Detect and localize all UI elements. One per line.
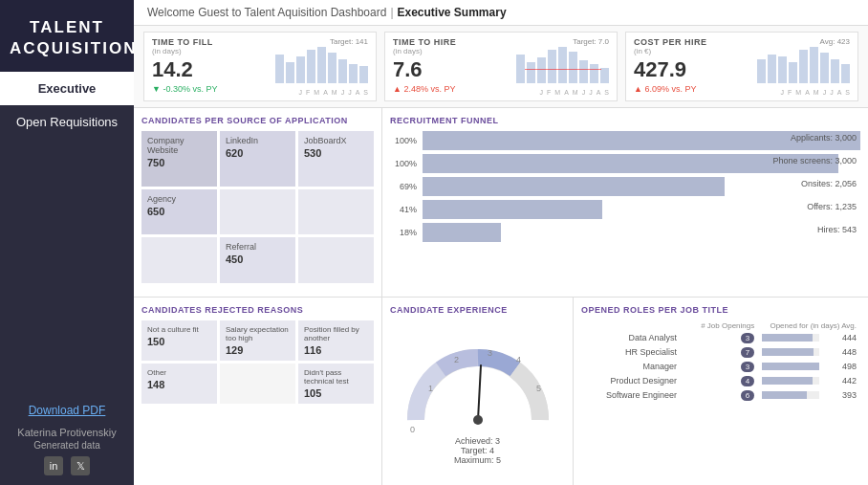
role-openings: 6 <box>681 388 758 403</box>
role-days-bar <box>762 334 813 342</box>
rejected-cell: Position filled by another116 <box>298 320 374 361</box>
role-openings-badge: 7 <box>741 347 754 358</box>
kpi-bar <box>275 55 284 83</box>
svg-point-1 <box>473 415 483 425</box>
kpi-bar <box>338 59 347 83</box>
role-days-bar-wrap <box>762 377 819 385</box>
role-days-value: 442 <box>823 374 860 388</box>
kpi-bar <box>579 60 588 83</box>
kpi-month: M <box>795 89 801 96</box>
source-value: 750 <box>147 157 211 168</box>
roles-table-row: Data Analyst 3 444 <box>581 331 860 345</box>
role-days-value: 444 <box>823 331 860 345</box>
kpi-month: M <box>573 89 578 96</box>
funnel-pct: 69% <box>390 182 417 191</box>
kpi-months: JFMAMJJAS <box>540 89 609 96</box>
role-openings: 3 <box>681 360 758 374</box>
role-openings: 7 <box>681 345 758 360</box>
funnel-row: 100% Phone screens: 3,000 <box>390 154 860 173</box>
main-content: Welcome Guest to Talent Aquisition Dashb… <box>134 0 868 485</box>
funnel-row: 69% Onsites: 2,056 <box>390 177 860 196</box>
role-days-bar-wrap <box>762 348 819 356</box>
rejected-reason-value: 105 <box>304 387 368 399</box>
funnel-rows: 100% Applicants: 3,000 100% Phone screen… <box>390 131 860 242</box>
kpi-bar <box>831 59 839 83</box>
kpi-month: M <box>332 89 337 96</box>
kpi-card-0: TIME TO FILL (in days) Target: 141 14.2 … <box>143 32 377 101</box>
breadcrumb-current: Executive Summary <box>398 6 507 19</box>
source-cell: JobBoardX530 <box>298 131 374 187</box>
kpi-month: F <box>306 89 310 96</box>
rejected-reason-name: Salary expectation too high <box>226 325 290 342</box>
roles-table-row: Manager 3 498 <box>581 360 860 374</box>
kpi-month: J <box>540 89 544 96</box>
source-cell <box>298 237 374 283</box>
kpi-months: JFMAMJJAS <box>781 89 850 96</box>
kpi-bar <box>768 55 776 83</box>
kpi-bar <box>527 62 535 83</box>
funnel-row: 100% Applicants: 3,000 <box>390 131 860 150</box>
kpi-bar <box>307 50 315 83</box>
role-days-bar <box>762 391 807 399</box>
kpi-bar <box>590 64 598 83</box>
role-days-bar-cell <box>758 388 823 403</box>
sidebar-item-open-requisitions[interactable]: Open Requisitions <box>0 105 134 139</box>
funnel-bar <box>423 223 501 242</box>
svg-line-0 <box>478 365 481 420</box>
kpi-card-1: TIME TO HIRE (in days) Target: 7.0 7.6 ▲… <box>384 32 618 101</box>
source-cell <box>298 189 374 235</box>
col-openings-header: # Job Openings <box>681 320 758 331</box>
gauge-target: Target: 4 <box>461 446 494 455</box>
source-cell: LinkedIn620 <box>220 131 295 187</box>
source-cell: Agency650 <box>141 189 217 235</box>
source-name: JobBoardX <box>304 136 368 145</box>
user-name: Katerina Protivenskiy <box>17 427 116 438</box>
generated-label: Generated data <box>33 440 100 451</box>
kpi-bar <box>757 59 766 83</box>
funnel-label: Onsites: 2,056 <box>801 179 857 188</box>
kpi-month: A <box>597 89 601 96</box>
roles-table: # Job Openings Opened for (in days) Avg.… <box>581 320 860 403</box>
content-area: CANDIDATES PER SOURCE OF APPLICATION Com… <box>134 108 868 485</box>
kpi-month: F <box>547 89 551 96</box>
role-days-bar-wrap <box>762 363 819 370</box>
kpi-bar <box>820 53 829 83</box>
role-openings-badge: 4 <box>741 376 754 386</box>
source-cell <box>141 237 217 283</box>
role-days-bar <box>762 377 813 385</box>
rejected-cell: Didn't pass technical test105 <box>298 364 374 404</box>
role-days-bar <box>762 348 814 356</box>
panel-source-title: CANDIDATES PER SOURCE OF APPLICATION <box>141 116 374 125</box>
source-name: LinkedIn <box>226 136 290 145</box>
role-openings-badge: 3 <box>741 362 754 372</box>
gauge-chart: 0 1 2 3 4 5 <box>397 329 559 434</box>
gauge-wrap: 0 1 2 3 4 5 Achieved: 3 Target: 4 Maximu… <box>390 320 565 474</box>
funnel-pct: 100% <box>390 159 417 168</box>
role-openings: 4 <box>681 374 758 388</box>
panel-roles: OPENED ROLES PER JOB TITLE # Job Opening… <box>574 298 868 486</box>
kpi-bar <box>778 56 787 83</box>
funnel-pct: 100% <box>390 136 417 145</box>
kpi-row: TIME TO FILL (in days) Target: 141 14.2 … <box>134 26 868 108</box>
kpi-month: M <box>554 89 560 96</box>
source-value: 620 <box>226 147 290 159</box>
twitter-icon[interactable]: 𝕏 <box>71 456 90 475</box>
funnel-label: Phone screens: 3,000 <box>772 156 857 165</box>
kpi-bars <box>275 45 368 83</box>
download-pdf-button[interactable]: Download PDF <box>29 398 106 423</box>
role-days-value: 448 <box>823 345 860 360</box>
source-cell: Referral450 <box>220 237 295 283</box>
svg-text:2: 2 <box>454 355 459 364</box>
rejected-grid: Not a culture fit150Salary expectation t… <box>141 320 374 404</box>
role-days-bar-cell <box>758 374 823 388</box>
kpi-month: J <box>781 89 785 96</box>
sidebar-item-executive[interactable]: Executive <box>0 72 134 105</box>
header: Welcome Guest to Talent Aquisition Dashb… <box>134 0 868 26</box>
source-value: 650 <box>147 206 211 217</box>
role-openings-badge: 3 <box>741 333 754 343</box>
linkedin-icon[interactable]: in <box>44 456 63 475</box>
role-name: Data Analyst <box>581 331 681 345</box>
kpi-bar <box>286 62 294 83</box>
kpi-month: J <box>299 89 303 96</box>
rejected-cell: Not a culture fit150 <box>141 320 217 361</box>
